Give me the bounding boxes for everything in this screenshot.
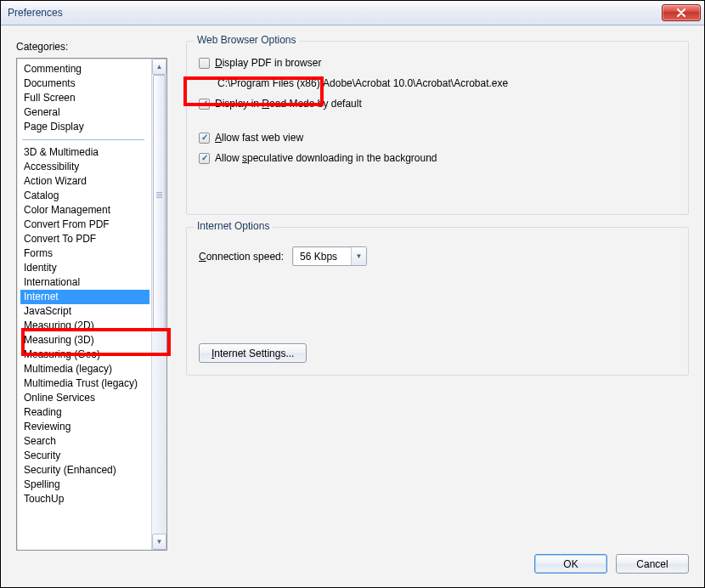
category-item[interactable]: Measuring (3D): [20, 333, 149, 348]
category-item[interactable]: Spelling: [20, 478, 149, 492]
category-item[interactable]: Page Display: [20, 120, 149, 134]
category-separator: [22, 139, 144, 140]
category-item[interactable]: Multimedia Trust (legacy): [20, 376, 149, 391]
preferences-window: Preferences Categories: CommentingDocume…: [0, 0, 705, 588]
category-item[interactable]: Online Services: [20, 391, 149, 405]
window-close-button[interactable]: [662, 4, 701, 21]
close-icon: [676, 8, 686, 17]
category-item[interactable]: International: [20, 275, 149, 290]
category-item[interactable]: Convert From PDF: [20, 218, 149, 232]
allow-fast-web-view-label: Allow fast web view: [215, 132, 303, 144]
category-item[interactable]: Identity: [20, 261, 149, 275]
allow-fast-web-view-checkbox[interactable]: [199, 133, 210, 144]
scroll-thumb[interactable]: [153, 75, 166, 329]
category-item[interactable]: Color Management: [20, 203, 149, 218]
category-item[interactable]: TouchUp: [20, 492, 149, 506]
category-item[interactable]: Reading: [20, 405, 149, 420]
category-item[interactable]: Measuring (2D): [20, 319, 149, 333]
display-pdf-in-browser-label: Display PDF in browser: [215, 57, 321, 69]
category-item[interactable]: Convert To PDF: [20, 232, 149, 246]
category-item[interactable]: JavaScript: [20, 304, 149, 319]
connection-speed-label: Connection speed:: [199, 251, 284, 263]
category-item[interactable]: Action Wizard: [20, 174, 149, 189]
cancel-button[interactable]: Cancel: [616, 554, 689, 574]
category-item[interactable]: Full Screen: [20, 91, 149, 105]
display-read-mode-row: Display in Read Mode by default: [199, 98, 676, 110]
categories-listbox[interactable]: CommentingDocumentsFull ScreenGeneralPag…: [16, 58, 167, 551]
connection-speed-value: 56 Kbps: [293, 251, 351, 263]
internet-options-group: Internet Options Connection speed: 56 Kb…: [186, 227, 689, 376]
internet-options-title: Internet Options: [194, 220, 273, 232]
scroll-track[interactable]: [152, 75, 166, 534]
acrobat-path-text: C:\Program Files (x86)\Adobe\Acrobat 10.…: [217, 77, 676, 89]
allow-speculative-downloading-row: Allow speculative downloading in the bac…: [199, 152, 676, 164]
category-item[interactable]: Security (Enhanced): [20, 463, 149, 478]
category-item[interactable]: Accessibility: [20, 160, 149, 174]
category-item[interactable]: Catalog: [20, 189, 149, 203]
category-item[interactable]: Reviewing: [20, 420, 149, 434]
titlebar[interactable]: Preferences: [1, 1, 704, 25]
category-item[interactable]: Commenting: [20, 62, 149, 76]
categories-label: Categories:: [16, 41, 167, 53]
window-title: Preferences: [8, 7, 662, 19]
scroll-down-button[interactable]: ▼: [152, 534, 166, 550]
category-item[interactable]: Search: [20, 434, 149, 449]
allow-speculative-downloading-label: Allow speculative downloading in the bac…: [215, 152, 437, 164]
web-browser-options-group: Web Browser Options Display PDF in brows…: [186, 41, 689, 215]
categories-list-wrap: CommentingDocumentsFull ScreenGeneralPag…: [16, 58, 167, 551]
categories-items: CommentingDocumentsFull ScreenGeneralPag…: [17, 59, 151, 550]
connection-speed-combobox[interactable]: 56 Kbps ▼: [292, 246, 367, 266]
categories-scrollbar[interactable]: ▲ ▼: [151, 59, 166, 550]
category-item[interactable]: Forms: [20, 246, 149, 261]
category-item[interactable]: Security: [20, 449, 149, 463]
dialog-buttons: OK Cancel: [534, 554, 689, 574]
scroll-up-button[interactable]: ▲: [152, 59, 166, 75]
internet-settings-button[interactable]: Internet Settings...: [199, 343, 307, 363]
allow-speculative-downloading-checkbox[interactable]: [199, 153, 210, 164]
category-item[interactable]: Measuring (Geo): [20, 348, 149, 362]
allow-fast-web-view-row: Allow fast web view: [199, 132, 676, 144]
category-item[interactable]: Multimedia (legacy): [20, 362, 149, 376]
settings-column: Web Browser Options Display PDF in brows…: [186, 41, 689, 551]
web-browser-options-title: Web Browser Options: [194, 34, 300, 46]
display-read-mode-checkbox[interactable]: [199, 99, 210, 110]
ok-button[interactable]: OK: [534, 554, 607, 574]
client-area: Categories: CommentingDocumentsFull Scre…: [1, 25, 704, 587]
connection-speed-row: Connection speed: 56 Kbps ▼: [199, 246, 676, 266]
category-item[interactable]: General: [20, 105, 149, 120]
chevron-down-icon[interactable]: ▼: [351, 247, 366, 265]
category-item[interactable]: Documents: [20, 76, 149, 91]
category-item[interactable]: Internet: [20, 290, 149, 304]
display-read-mode-label: Display in Read Mode by default: [215, 98, 362, 110]
main-row: Categories: CommentingDocumentsFull Scre…: [16, 41, 689, 551]
category-item[interactable]: 3D & Multimedia: [20, 145, 149, 160]
categories-column: Categories: CommentingDocumentsFull Scre…: [16, 41, 167, 551]
display-pdf-in-browser-checkbox[interactable]: [199, 58, 210, 69]
display-pdf-in-browser-row: Display PDF in browser: [199, 57, 676, 69]
